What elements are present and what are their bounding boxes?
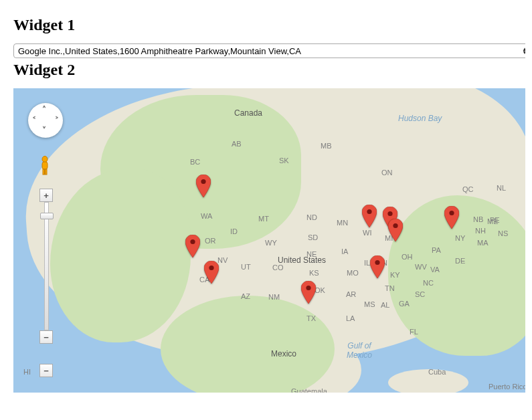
state-label-ia: IA bbox=[341, 247, 348, 255]
state-label-pa: PA bbox=[432, 246, 441, 254]
state-label-sk: SK bbox=[279, 156, 289, 165]
pan-up-icon[interactable]: ˄ bbox=[42, 105, 46, 115]
label-cuba: Cuba bbox=[428, 368, 446, 376]
pin-ny[interactable] bbox=[444, 206, 459, 229]
svg-rect-11 bbox=[43, 169, 45, 175]
state-label-nv: NV bbox=[217, 256, 228, 264]
state-label-ms: MS bbox=[364, 300, 375, 308]
pin-wa[interactable] bbox=[196, 175, 211, 197]
map-canvas[interactable]: Canada United States Mexico Hudson Bay G… bbox=[13, 88, 525, 393]
state-label-hi: HI bbox=[23, 368, 31, 376]
svg-point-4 bbox=[375, 260, 379, 265]
state-label-nb: NB bbox=[473, 215, 483, 223]
state-label-ks: KS bbox=[309, 269, 319, 277]
state-label-qc: QC bbox=[462, 185, 474, 193]
state-label-oh: OH bbox=[402, 253, 413, 261]
svg-point-9 bbox=[42, 156, 48, 163]
widget2-title: Widget 2 bbox=[13, 61, 519, 79]
pin-ca-n[interactable] bbox=[185, 235, 200, 257]
state-label-wv: WV bbox=[415, 263, 427, 271]
svg-point-5 bbox=[367, 209, 371, 214]
pan-control[interactable]: ˄ ˅ ˂ ˃ bbox=[28, 103, 63, 138]
state-label-wy: WY bbox=[265, 239, 277, 247]
state-label-ns: NS bbox=[498, 229, 508, 237]
svg-rect-12 bbox=[46, 169, 48, 175]
state-label-il: IL bbox=[364, 259, 370, 267]
state-label-sc: SC bbox=[415, 290, 425, 298]
state-label-mb: MB bbox=[321, 142, 332, 150]
svg-point-2 bbox=[209, 266, 213, 270]
svg-point-6 bbox=[387, 211, 392, 216]
state-label-wi: WI bbox=[363, 229, 371, 237]
zoom-slider[interactable] bbox=[44, 202, 49, 330]
zoom-control: + − − bbox=[40, 189, 52, 377]
zoom-in-button[interactable]: + bbox=[39, 189, 53, 202]
label-gulf: Gulf of Mexico bbox=[347, 341, 372, 360]
svg-point-1 bbox=[190, 239, 195, 244]
state-label-tn: TN bbox=[385, 284, 395, 292]
label-pr: Puerto Rico bbox=[489, 383, 525, 391]
select-arrows-icon: ▲▼ bbox=[522, 47, 525, 54]
zoom-reset-button[interactable]: − bbox=[39, 330, 53, 344]
label-hudson-bay: Hudson Bay bbox=[398, 114, 442, 123]
pin-wi[interactable] bbox=[362, 205, 377, 227]
state-label-ga: GA bbox=[399, 300, 410, 308]
label-us: United States bbox=[278, 255, 326, 265]
label-guatemala: Guatemala bbox=[291, 387, 327, 393]
pegman-icon[interactable] bbox=[37, 156, 52, 176]
zoom-out-button[interactable]: − bbox=[39, 364, 53, 377]
state-label-ma: MA bbox=[477, 239, 489, 247]
state-label-co: CO bbox=[272, 264, 284, 272]
pin-mi2[interactable] bbox=[388, 219, 403, 241]
state-label-tx: TX bbox=[306, 314, 316, 322]
pan-right-icon[interactable]: ˃ bbox=[55, 116, 59, 126]
state-label-bc: BC bbox=[190, 158, 200, 166]
pin-ca-s[interactable] bbox=[204, 261, 219, 284]
state-label-ky: KY bbox=[390, 271, 400, 279]
state-label-mt: MT bbox=[258, 215, 269, 223]
pan-down-icon[interactable]: ˅ bbox=[42, 126, 46, 136]
widget1-title: Widget 1 bbox=[13, 16, 519, 34]
state-label-ok: OK bbox=[315, 286, 325, 294]
state-label-wa: WA bbox=[201, 212, 212, 220]
state-label-id: ID bbox=[230, 227, 238, 235]
location-select[interactable]: Google Inc.,United States,1600 Amphithea… bbox=[13, 43, 525, 58]
label-canada: Canada bbox=[234, 108, 262, 118]
state-label-ne: NE bbox=[306, 250, 317, 258]
svg-rect-10 bbox=[42, 162, 48, 169]
location-select-value: Google Inc.,United States,1600 Amphithea… bbox=[18, 46, 301, 56]
state-label-on: ON bbox=[381, 169, 393, 177]
pan-left-icon[interactable]: ˂ bbox=[32, 116, 36, 126]
svg-point-7 bbox=[393, 223, 397, 228]
state-label-mn: MN bbox=[337, 219, 348, 227]
svg-point-8 bbox=[449, 211, 454, 215]
state-label-sd: SD bbox=[308, 233, 318, 241]
state-label-nd: ND bbox=[306, 213, 317, 221]
state-label-me: ME bbox=[487, 217, 499, 225]
state-label-al: AL bbox=[381, 301, 389, 309]
state-label-ar: AR bbox=[346, 290, 356, 298]
state-label-la: LA bbox=[346, 314, 355, 322]
state-label-ab: AB bbox=[232, 140, 242, 148]
label-mexico: Mexico bbox=[271, 349, 296, 358]
state-label-or: OR bbox=[205, 237, 216, 245]
state-label-ny: NY bbox=[455, 234, 465, 242]
state-label-de: DE bbox=[455, 257, 465, 265]
state-label-nc: NC bbox=[423, 279, 434, 287]
pin-tx[interactable] bbox=[301, 281, 316, 304]
state-label-nh: NH bbox=[475, 227, 486, 235]
svg-point-0 bbox=[201, 179, 205, 184]
state-label-fl: FL bbox=[410, 328, 418, 336]
zoom-handle[interactable] bbox=[40, 213, 54, 219]
state-label-nm: NM bbox=[268, 293, 280, 301]
state-label-va: VA bbox=[430, 266, 440, 274]
svg-point-3 bbox=[306, 286, 311, 290]
state-label-ut: UT bbox=[241, 263, 251, 271]
state-label-az: AZ bbox=[241, 292, 250, 300]
state-label-mo: MO bbox=[347, 269, 359, 277]
state-label-nl: NL bbox=[497, 184, 506, 192]
pin-tn[interactable] bbox=[370, 255, 385, 278]
